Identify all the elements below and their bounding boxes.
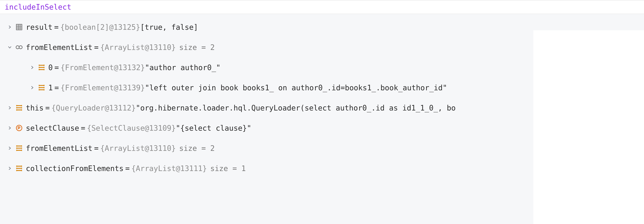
object-list-icon bbox=[37, 64, 46, 71]
variable-name: 0 bbox=[48, 63, 53, 72]
watch-icon bbox=[14, 44, 24, 51]
variable-type: {FromElement@13132} bbox=[60, 63, 145, 72]
variable-value: [true, false] bbox=[140, 23, 198, 32]
variable-value: "author author0_" bbox=[145, 63, 220, 72]
object-list-icon bbox=[14, 145, 24, 152]
equals-sign: = bbox=[94, 144, 98, 153]
variable-value: "org.hibernate.loader.hql.QueryLoader(se… bbox=[136, 103, 456, 112]
expand-collapsed-icon[interactable] bbox=[6, 105, 14, 110]
expand-collapsed-icon[interactable] bbox=[6, 146, 14, 151]
collection-size: size = 1 bbox=[210, 164, 246, 173]
svg-point-6 bbox=[19, 46, 22, 49]
variable-name: fromElementList bbox=[26, 144, 92, 153]
expand-expanded-icon[interactable] bbox=[6, 45, 14, 50]
variable-type: {ArrayList@13111} bbox=[131, 164, 207, 173]
array-grid-icon bbox=[14, 23, 24, 31]
variable-name: 1 bbox=[48, 83, 53, 92]
object-list-icon bbox=[37, 84, 46, 91]
equals-sign: = bbox=[45, 103, 50, 112]
equals-sign: = bbox=[54, 23, 59, 32]
expand-collapsed-icon[interactable] bbox=[28, 65, 36, 70]
svg-rect-0 bbox=[16, 24, 22, 30]
variable-name: result bbox=[26, 23, 52, 32]
debugger-header: includeInSelect bbox=[0, 0, 644, 14]
expand-collapsed-icon[interactable] bbox=[6, 166, 14, 171]
svg-point-5 bbox=[16, 46, 19, 49]
object-list-icon bbox=[14, 104, 24, 111]
variable-name: fromElementList bbox=[26, 43, 92, 52]
watch-expression-title: includeInSelect bbox=[5, 3, 71, 11]
object-list-icon bbox=[14, 165, 24, 172]
expand-collapsed-icon[interactable] bbox=[6, 25, 14, 29]
variable-name: selectClause bbox=[26, 124, 79, 132]
variable-type: {boolean[2]@13125} bbox=[60, 23, 140, 32]
variable-type: {ArrayList@13110} bbox=[100, 144, 176, 153]
right-gutter bbox=[533, 30, 644, 224]
collection-size: size = 2 bbox=[179, 144, 215, 153]
equals-sign: = bbox=[81, 124, 85, 132]
expand-collapsed-icon[interactable] bbox=[28, 85, 36, 90]
variable-type: {FromElement@13139} bbox=[60, 83, 145, 92]
variable-name: this bbox=[26, 103, 44, 112]
equals-sign: = bbox=[125, 164, 130, 173]
variable-type: {SelectClause@13109} bbox=[87, 124, 176, 132]
equals-sign: = bbox=[54, 63, 59, 72]
property-icon bbox=[14, 124, 24, 132]
equals-sign: = bbox=[94, 43, 98, 52]
equals-sign: = bbox=[54, 83, 59, 92]
variable-value: "left outer join book books1_ on author0… bbox=[145, 83, 447, 92]
variable-value: "{select clause}" bbox=[176, 124, 251, 132]
variable-name: collectionFromElements bbox=[26, 164, 124, 173]
expand-collapsed-icon[interactable] bbox=[6, 126, 14, 130]
variable-type: {ArrayList@13110} bbox=[100, 43, 176, 52]
collection-size: size = 2 bbox=[179, 43, 215, 52]
variable-type: {QueryLoader@13112} bbox=[51, 103, 136, 112]
